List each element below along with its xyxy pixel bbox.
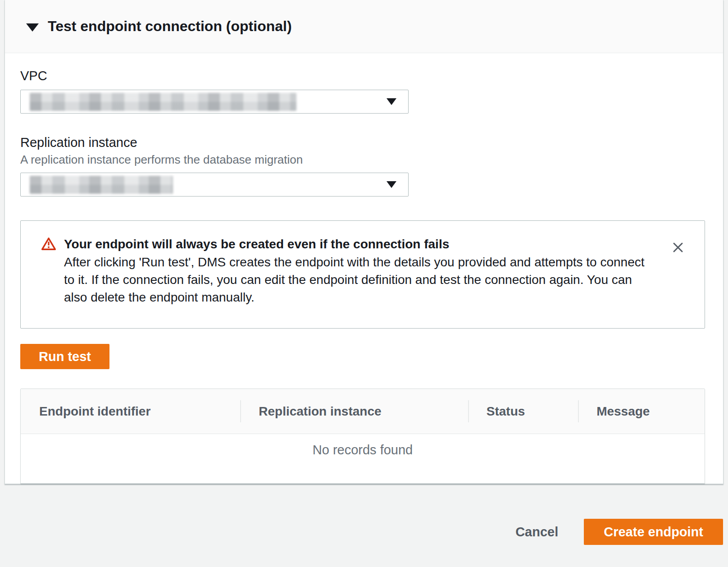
results-table: Endpoint identifier Replication instance…: [20, 389, 705, 484]
warning-triangle-icon: [41, 237, 56, 306]
create-endpoint-button[interactable]: Create endpoint: [584, 519, 723, 545]
column-header-replication-instance: Replication instance: [240, 389, 468, 434]
section-title: Test endpoint connection (optional): [48, 18, 292, 35]
column-header-endpoint-identifier: Endpoint identifier: [21, 389, 240, 434]
chevron-down-icon: [387, 98, 396, 105]
section-header[interactable]: Test endpoint connection (optional): [5, 0, 723, 53]
run-test-button[interactable]: Run test: [20, 344, 109, 369]
test-endpoint-connection-section: Test endpoint connection (optional) VPC …: [5, 0, 723, 484]
cancel-button[interactable]: Cancel: [515, 525, 558, 540]
column-header-status: Status: [468, 389, 578, 434]
vpc-label: VPC: [20, 68, 704, 83]
vpc-select[interactable]: [20, 90, 409, 114]
vpc-redacted-value: [30, 93, 296, 111]
replication-instance-select[interactable]: [20, 173, 409, 197]
table-header-row: Endpoint identifier Replication instance…: [21, 389, 705, 434]
replication-instance-redacted-value: [30, 176, 173, 194]
vpc-field: VPC: [20, 53, 704, 114]
section-body: VPC Replication instance A replication i…: [5, 53, 723, 484]
warning-alert: Your endpoint will always be created eve…: [20, 220, 705, 329]
close-icon: [670, 240, 686, 255]
warning-body: After clicking 'Run test', DMS creates t…: [64, 253, 647, 306]
replication-instance-label: Replication instance: [20, 135, 704, 150]
table-body: No records found: [21, 434, 705, 483]
warning-close-button[interactable]: [670, 240, 686, 255]
footer-actions: Cancel Create endpoint: [0, 519, 728, 545]
warning-text: Your endpoint will always be created eve…: [64, 235, 647, 306]
column-header-message: Message: [578, 389, 705, 434]
empty-state-message: No records found: [313, 434, 413, 483]
replication-instance-field: Replication instance A replication insta…: [20, 114, 704, 197]
replication-instance-description: A replication instance performs the data…: [20, 153, 704, 166]
warning-title: Your endpoint will always be created eve…: [64, 235, 647, 253]
chevron-down-icon: [387, 181, 396, 188]
triangle-down-icon: [26, 23, 39, 32]
